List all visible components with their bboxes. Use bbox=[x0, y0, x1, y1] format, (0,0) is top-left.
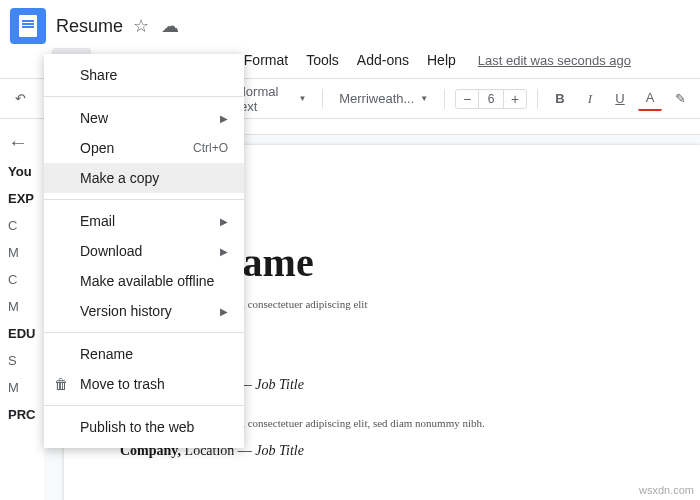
separator bbox=[322, 89, 323, 109]
submenu-arrow-icon: ▶ bbox=[220, 246, 228, 257]
separator bbox=[44, 199, 244, 200]
font-size-stepper: − 6 + bbox=[455, 89, 527, 109]
submenu-arrow-icon: ▶ bbox=[220, 306, 228, 317]
docs-logo-icon[interactable] bbox=[10, 8, 46, 44]
last-edit-link[interactable]: Last edit was seconds ago bbox=[478, 53, 631, 68]
cloud-status-icon[interactable]: ☁ bbox=[161, 15, 179, 37]
doc-job-title: Job Title bbox=[255, 443, 304, 458]
highlight-button[interactable]: ✎ bbox=[668, 87, 692, 111]
italic-button[interactable]: I bbox=[578, 87, 602, 111]
shortcut-label: Ctrl+O bbox=[193, 141, 228, 155]
menu-new[interactable]: New▶ bbox=[44, 103, 244, 133]
menu-addons[interactable]: Add-ons bbox=[349, 48, 417, 72]
outline-item[interactable]: M bbox=[4, 374, 40, 401]
chevron-down-icon: ▼ bbox=[420, 94, 428, 103]
separator bbox=[44, 405, 244, 406]
outline-item[interactable]: You bbox=[4, 158, 40, 185]
separator bbox=[537, 89, 538, 109]
underline-button[interactable]: U bbox=[608, 87, 632, 111]
menu-tools[interactable]: Tools bbox=[298, 48, 347, 72]
menu-help[interactable]: Help bbox=[419, 48, 464, 72]
menu-make-a-copy[interactable]: Make a copy bbox=[44, 163, 244, 193]
outline-item[interactable]: S bbox=[4, 347, 40, 374]
menu-publish-to-web[interactable]: Publish to the web bbox=[44, 412, 244, 442]
undo-button[interactable]: ↶ bbox=[8, 87, 32, 111]
font-size-value[interactable]: 6 bbox=[478, 90, 504, 108]
menu-email[interactable]: Email▶ bbox=[44, 206, 244, 236]
outline-item[interactable]: M bbox=[4, 293, 40, 320]
font-family-dropdown[interactable]: Merriweath...▼ bbox=[333, 89, 434, 108]
paragraph-style-label: Normal text bbox=[236, 84, 292, 114]
document-title[interactable]: Resume bbox=[56, 16, 123, 37]
outline-item[interactable]: C bbox=[4, 212, 40, 239]
watermark: wsxdn.com bbox=[639, 484, 694, 496]
font-size-increase[interactable]: + bbox=[504, 91, 526, 107]
outline-item[interactable]: M bbox=[4, 239, 40, 266]
trash-icon: 🗑 bbox=[54, 376, 68, 392]
separator bbox=[444, 89, 445, 109]
star-icon[interactable]: ☆ bbox=[133, 15, 149, 37]
outline-item[interactable]: EDU bbox=[4, 320, 40, 347]
outline-item[interactable]: PRC bbox=[4, 401, 40, 428]
menu-rename[interactable]: Rename bbox=[44, 339, 244, 369]
submenu-arrow-icon: ▶ bbox=[220, 216, 228, 227]
font-family-label: Merriweath... bbox=[339, 91, 414, 106]
separator bbox=[44, 332, 244, 333]
submenu-arrow-icon: ▶ bbox=[220, 113, 228, 124]
file-menu-dropdown: Share New▶ OpenCtrl+O Make a copy Email▶… bbox=[44, 54, 244, 448]
menu-format[interactable]: Format bbox=[236, 48, 296, 72]
separator bbox=[44, 96, 244, 97]
menu-share[interactable]: Share bbox=[44, 60, 244, 90]
outline-panel: ← You EXP C M C M EDU S M PRC bbox=[0, 119, 44, 500]
outline-item[interactable]: C bbox=[4, 266, 40, 293]
menu-make-available-offline[interactable]: Make available offline bbox=[44, 266, 244, 296]
doc-job-title: Job Title bbox=[255, 377, 304, 392]
font-size-decrease[interactable]: − bbox=[456, 91, 478, 107]
menu-move-to-trash[interactable]: 🗑Move to trash bbox=[44, 369, 244, 399]
outline-item[interactable]: EXP bbox=[4, 185, 40, 212]
menu-open[interactable]: OpenCtrl+O bbox=[44, 133, 244, 163]
chevron-down-icon: ▼ bbox=[298, 94, 306, 103]
text-color-button[interactable]: A bbox=[638, 87, 662, 111]
bold-button[interactable]: B bbox=[548, 87, 572, 111]
menu-download[interactable]: Download▶ bbox=[44, 236, 244, 266]
menu-version-history[interactable]: Version history▶ bbox=[44, 296, 244, 326]
outline-back-icon[interactable]: ← bbox=[4, 127, 40, 158]
